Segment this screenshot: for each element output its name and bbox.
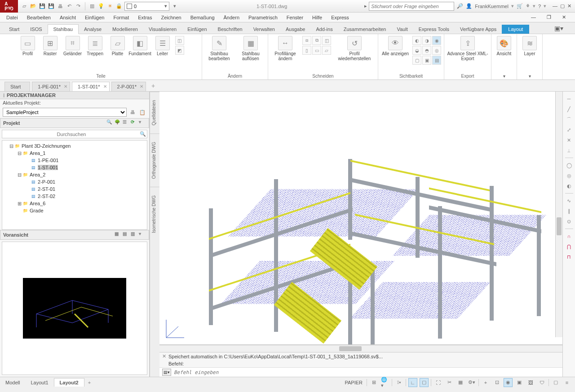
tool-icon[interactable]: ◎ <box>565 171 574 180</box>
ribbon-tab[interactable]: Beschriften <box>212 25 248 34</box>
list-icon[interactable]: ☰ <box>123 119 130 127</box>
plus-icon[interactable]: + <box>481 378 490 387</box>
ortho-icon[interactable]: ∟ <box>408 378 417 387</box>
menu-item[interactable]: Bemaßung <box>186 15 219 20</box>
ribbon-tab[interactable]: Stahlbau <box>48 24 79 34</box>
save-icon[interactable]: 💾 <box>39 3 46 10</box>
ribbon-tab[interactable]: Verwalten <box>248 25 280 34</box>
menu-item[interactable]: Fenster <box>282 15 308 20</box>
tool-icon[interactable]: ∿ <box>565 196 574 205</box>
ribbon-tab[interactable]: Verfügbare Apps <box>455 25 502 34</box>
cut-icon[interactable]: ⧉ <box>312 36 321 45</box>
magnet-icon[interactable]: ⋂ <box>565 242 574 251</box>
alle-anzeigen-button[interactable]: 👁Alle anzeigen <box>381 36 410 56</box>
cart-icon[interactable]: 🛒 <box>517 3 523 9</box>
magnet-icon[interactable]: ∩ <box>565 232 574 241</box>
cmd-close-icon[interactable]: ✕ <box>162 353 168 359</box>
undo-icon[interactable]: ↶ <box>66 3 73 10</box>
status-icon[interactable]: 🖼 <box>526 378 535 387</box>
tool-icon[interactable]: ⌒ <box>565 115 574 124</box>
add-layout-button[interactable]: + <box>84 380 94 385</box>
view-icon[interactable]: ▦ <box>115 231 122 238</box>
vis-icon[interactable]: ▣ <box>422 56 431 65</box>
tree-item[interactable]: ▤2-ST-02 <box>4 193 145 200</box>
search-icon[interactable]: 🔎 <box>457 3 463 9</box>
close-tab-icon[interactable]: ✕ <box>64 84 67 89</box>
cut-icon[interactable]: ▯ <box>302 46 311 55</box>
gear-icon[interactable]: ⚙▾ <box>467 378 476 387</box>
maximize-icon[interactable]: ▢ <box>560 3 565 9</box>
refresh-icon[interactable]: ⟳ <box>131 119 138 127</box>
layout-tab[interactable]: Layout2 <box>54 378 84 387</box>
tool-icon[interactable]: ⟂ <box>565 146 574 155</box>
command-input[interactable] <box>174 370 560 375</box>
ribbon-tab[interactable]: Vault <box>391 25 413 34</box>
tool-icon[interactable]: ╱ <box>565 105 574 114</box>
cut-icon[interactable]: ▭ <box>312 46 321 55</box>
close-tab-icon[interactable]: ✕ <box>140 84 143 89</box>
status-icon[interactable]: ▦ <box>456 378 465 387</box>
help-icon[interactable]: ? <box>538 4 541 9</box>
ribbon-options-icon[interactable]: ▣▾ <box>549 23 569 34</box>
status-icon[interactable]: ⊡ <box>492 378 501 387</box>
ribbon-tab[interactable]: Einfügen <box>182 25 212 34</box>
tool-icon[interactable]: ◯ <box>565 161 574 170</box>
tree-item[interactable]: ⊟📁Plant 3D-Zeichnungen <box>4 142 145 150</box>
chevron-down-icon[interactable]: ▾ <box>139 119 146 127</box>
saveas-icon[interactable]: 💾 <box>48 3 55 10</box>
view-icon[interactable]: ▥ <box>131 231 138 238</box>
doc-tab[interactable]: 1-PE-001*✕ <box>32 82 70 91</box>
tool-icon[interactable]: ✕ <box>565 136 574 145</box>
app-logo[interactable]: AP3D <box>0 0 18 13</box>
vis-icon[interactable]: ◓ <box>422 46 431 55</box>
project-tree[interactable]: ⊟📁Plant 3D-Zeichnungen⊟📁Area_1▤1-PE-001▤… <box>2 140 147 230</box>
profil-button[interactable]: ▭Profil <box>18 36 38 56</box>
ansicht-button[interactable]: 🎨Ansicht <box>494 36 514 56</box>
status-icon[interactable]: ▣ <box>515 378 524 387</box>
user-icon[interactable]: 👤 <box>466 3 472 9</box>
share-icon[interactable]: ⚘ <box>526 3 530 9</box>
tree-icon[interactable]: 🌳 <box>115 119 122 127</box>
cut-icon[interactable]: ◫ <box>322 36 331 45</box>
layer-dropdown[interactable]: 0 ▾ <box>124 2 169 11</box>
tree-item[interactable]: ▤2-P-001 <box>4 178 145 185</box>
dropdown-icon[interactable]: ▾ <box>171 3 178 10</box>
horizontal-scrollbar[interactable] <box>159 345 562 352</box>
copy-icon[interactable]: 📋 <box>138 108 146 116</box>
cut-icon[interactable]: ⧈ <box>302 36 311 45</box>
side-tab[interactable]: Isometrische DWG <box>150 187 159 241</box>
vis-icon[interactable]: ◒ <box>412 46 421 55</box>
fundament-button[interactable]: ◧Fundament <box>130 36 150 56</box>
layer-button[interactable]: ≋Layer <box>520 36 540 56</box>
menu-item[interactable]: Ändern <box>219 15 244 20</box>
ribbon-tab[interactable]: Add-ins <box>310 25 338 34</box>
drawing-canvas[interactable] <box>159 92 562 345</box>
ribbon-tab[interactable]: Modellieren <box>107 25 143 34</box>
grid-icon[interactable]: ⊞ <box>369 378 378 387</box>
misc-icon[interactable]: ◩ <box>175 46 184 55</box>
print-icon[interactable]: 🖶 <box>57 3 64 10</box>
tree-item[interactable]: ▤1-PE-001 <box>4 157 145 164</box>
menu-item[interactable]: Datei <box>2 15 22 20</box>
add-tab-button[interactable]: + <box>148 80 159 91</box>
platte-button[interactable]: ▱Platte <box>108 36 128 56</box>
find-icon[interactable]: 🔍 <box>106 119 114 127</box>
stahlbau-aufloesen-button[interactable]: ▦Stahlbau auflösen <box>236 36 265 61</box>
sun-icon[interactable]: ☀ <box>106 3 114 10</box>
space-label[interactable]: PAPIER <box>343 380 364 385</box>
print-icon[interactable]: 🖶 <box>128 108 137 116</box>
vis-icon[interactable]: ▤ <box>432 56 441 65</box>
profillaenge-button[interactable]: ↔Profillänge ändern <box>271 36 300 61</box>
treppen-button[interactable]: ≣Treppen <box>85 36 105 56</box>
tree-item[interactable]: ⊟📁Area_2 <box>4 171 145 178</box>
layers-icon[interactable]: ▥ <box>88 3 96 10</box>
tool-icon[interactable]: ◐ <box>565 181 574 190</box>
snap-icon[interactable]: ⟟▾ <box>394 378 403 387</box>
open-icon[interactable]: 📂 <box>30 3 37 10</box>
doc-tab[interactable]: 1-ST-001*✕ <box>72 82 110 91</box>
chevron-down-icon[interactable]: ▾ <box>139 231 146 238</box>
ribbon-tab[interactable]: Express Tools <box>413 25 455 34</box>
status-icon[interactable]: ▢ <box>551 378 560 387</box>
stahlbau-bearbeiten-button[interactable]: ✎Stahlbau bearbeiten <box>205 36 234 61</box>
minimize-icon[interactable]: — <box>553 3 557 9</box>
